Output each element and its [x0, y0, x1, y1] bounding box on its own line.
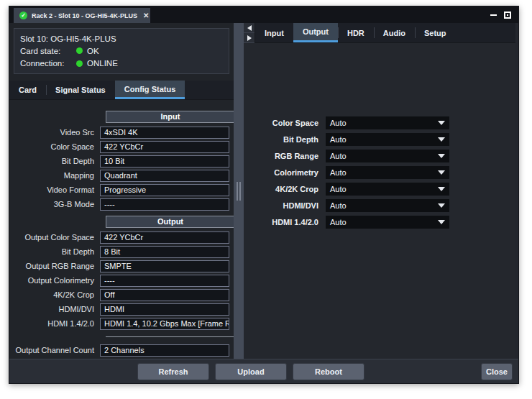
upload-button[interactable]: Upload	[215, 363, 287, 380]
config-row: Output Colorimetry ----	[9, 273, 234, 288]
close-button[interactable]: Close	[481, 363, 513, 380]
config-row: Output Channel Count 2 Channels	[9, 343, 234, 357]
tab-output[interactable]: Output	[293, 23, 338, 42]
field-label: Output RGB Range	[9, 262, 100, 270]
dropdown-value: Auto	[330, 150, 347, 162]
window-tab[interactable]: ✓ Rack 2 - Slot 10 - OG-HI5-4K-PLUS ✕	[14, 8, 150, 23]
field-value: HDMI	[100, 303, 229, 316]
field-label: Bit Depth	[9, 157, 100, 165]
hdmi-version-dropdown[interactable]: Auto	[326, 216, 449, 229]
config-row: 4K/2K Crop Off	[9, 288, 234, 302]
maximize-icon[interactable]	[504, 12, 511, 19]
tab-config-status[interactable]: Config Status	[115, 81, 185, 99]
chevron-down-icon	[438, 187, 445, 191]
input-section-header: Input	[106, 111, 235, 123]
field-label: Bit Depth	[9, 247, 100, 256]
chevron-down-icon	[438, 121, 445, 125]
field-value: 422 YCbCr	[100, 141, 229, 153]
field-label: Output Channel Count	[9, 346, 100, 354]
rgb-range-dropdown[interactable]: Auto	[326, 150, 449, 162]
card-state-label: Card state:	[20, 47, 76, 55]
tab-setup[interactable]: Setup	[415, 23, 456, 42]
refresh-button[interactable]: Refresh	[137, 363, 209, 380]
field-value: HDMI 1.4, 10.2 Gbps Max [Frame Rate]	[100, 318, 229, 330]
chevron-down-icon	[438, 203, 445, 208]
field-label: Output Colorimetry	[9, 276, 100, 285]
field-value: ----	[100, 275, 229, 287]
setting-row: HDMI 1.4/2.0 Auto	[255, 216, 515, 229]
field-label: Color Space	[9, 142, 100, 151]
config-row: Output Color Space 422 YCbCr	[9, 230, 234, 244]
setting-label: RGB Range	[255, 152, 326, 160]
card-state-status-dot	[76, 47, 83, 54]
tab-close-icon[interactable]: ✕	[142, 12, 150, 19]
minimize-icon[interactable]	[490, 14, 497, 16]
field-value: 422 YCbCr	[100, 231, 229, 244]
chevron-down-icon	[438, 170, 445, 175]
scroll-tabs-right-button[interactable]	[244, 33, 254, 43]
chevron-down-icon	[438, 154, 445, 158]
field-label: Output Color Space	[9, 233, 100, 242]
setting-row: HDMI/DVI Auto	[255, 199, 515, 212]
tab-scroll-controls	[244, 23, 255, 43]
crop-dropdown[interactable]: Auto	[326, 183, 449, 196]
tab-hdr[interactable]: HDR	[338, 23, 374, 42]
app-window: ✓ Rack 2 - Slot 10 - OG-HI5-4K-PLUS ✕ Sl…	[9, 6, 519, 384]
chevron-down-icon	[438, 220, 445, 224]
right-tab-bar: Input Output HDR Audio Setup	[255, 23, 515, 43]
connection-label: Connection:	[20, 59, 76, 68]
field-value: Progressive	[100, 184, 229, 196]
field-value: 4xSDI 4K	[100, 127, 229, 139]
connection-value: ONLINE	[87, 59, 118, 68]
window-tab-title: Rack 2 - Slot 10 - OG-HI5-4K-PLUS	[32, 12, 137, 19]
setting-row: 4K/2K Crop Auto	[255, 183, 515, 196]
setting-row: Colorimetry Auto	[255, 166, 515, 179]
tab-signal-status[interactable]: Signal Status	[46, 81, 115, 99]
config-row: Mapping Quadrant	[9, 168, 234, 183]
field-label: Video Src	[9, 128, 100, 137]
tab-audio[interactable]: Audio	[374, 23, 415, 42]
field-value: Off	[100, 289, 229, 301]
field-label: 4K/2K Crop	[9, 290, 100, 299]
config-row: HDMI 1.4/2.0 HDMI 1.4, 10.2 Gbps Max [Fr…	[9, 316, 234, 331]
config-row: Output RGB Range SMPTE	[9, 259, 234, 273]
config-row: Color Space 422 YCbCr	[9, 139, 234, 154]
field-label: 3G-B Mode	[9, 200, 100, 208]
chevron-right-icon	[247, 35, 252, 41]
config-row: 3G-B Mode ----	[9, 197, 234, 211]
setting-label: HDMI 1.4/2.0	[255, 218, 326, 226]
tab-input[interactable]: Input	[255, 23, 293, 42]
card-state-value: OK	[87, 47, 99, 55]
config-status-content: Input Video Src 4xSDI 4K Color Space 422…	[9, 101, 234, 359]
card-status-panel: Slot 10: OG-HI5-4K-PLUS Card state: OK C…	[9, 23, 234, 359]
panel-splitter[interactable]	[234, 23, 244, 359]
config-row: HDMI/DVI HDMI	[9, 302, 234, 316]
reboot-button[interactable]: Reboot	[293, 363, 364, 380]
scroll-tabs-left-button[interactable]	[244, 23, 254, 33]
field-value: ----	[100, 198, 229, 211]
field-label: Mapping	[9, 171, 100, 180]
setting-label: Bit Depth	[255, 135, 326, 144]
field-value: Quadrant	[100, 170, 229, 182]
field-value: 8 Bit	[100, 246, 229, 258]
colorimetry-dropdown[interactable]: Auto	[326, 166, 449, 179]
bit-depth-dropdown[interactable]: Auto	[326, 133, 449, 146]
setting-label: HDMI/DVI	[255, 201, 326, 210]
hdmi-dvi-dropdown[interactable]: Auto	[326, 199, 449, 212]
field-label: Video Format	[9, 185, 100, 194]
setting-label: 4K/2K Crop	[255, 185, 326, 193]
dropdown-value: Auto	[330, 199, 347, 212]
field-label: HDMI/DVI	[9, 305, 100, 313]
splitter-grip-icon	[237, 182, 241, 201]
color-space-dropdown[interactable]: Auto	[326, 116, 449, 129]
connection-row: Connection: ONLINE	[20, 59, 223, 68]
setting-label: Color Space	[255, 119, 326, 127]
card-info-box: Slot 10: OG-HI5-4K-PLUS Card state: OK C…	[14, 28, 229, 74]
section-divider	[106, 336, 237, 337]
config-row: Video Format Progressive	[9, 183, 234, 197]
output-settings-form: Color Space Auto Bit Depth Auto RGB Rang…	[255, 43, 515, 359]
card-state-row: Card state: OK	[20, 47, 223, 55]
footer-bar: Refresh Upload Reboot Close	[9, 359, 518, 383]
tab-card[interactable]: Card	[9, 81, 46, 99]
output-section-header: Output	[106, 216, 235, 228]
